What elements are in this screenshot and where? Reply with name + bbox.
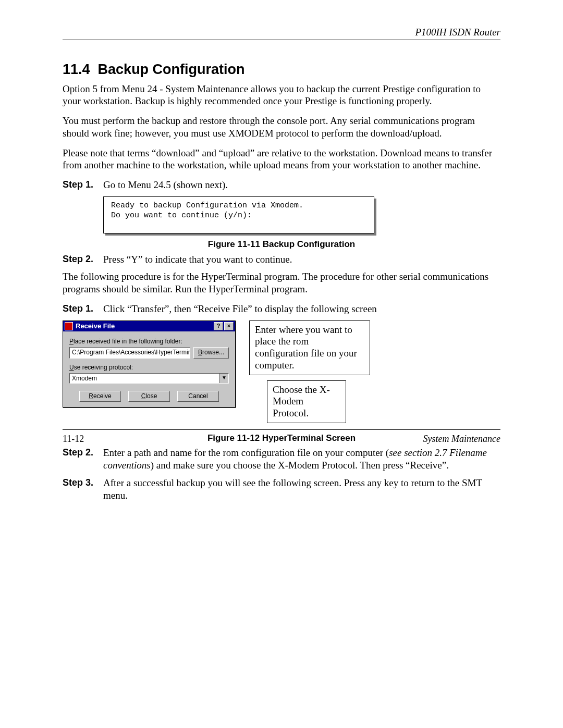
figure-terminal: Ready to backup Configuration via Xmodem… bbox=[103, 196, 374, 234]
terminal-line: Ready to backup Configuration via Xmodem… bbox=[111, 201, 303, 210]
terminal-box: Ready to backup Configuration via Xmodem… bbox=[103, 196, 374, 234]
paragraph: Please note that terms “download” and “u… bbox=[63, 147, 500, 172]
label-rest: rowse... bbox=[202, 349, 224, 356]
label-rest: se receiving protocol: bbox=[74, 364, 133, 371]
step-row: Step 2. Enter a path and name for the ro… bbox=[63, 447, 500, 472]
label-rest: eceive bbox=[93, 392, 112, 400]
step-row: Step 1. Go to Menu 24.5 (shown next). bbox=[63, 179, 500, 191]
footer-rule bbox=[63, 429, 500, 430]
header-rule bbox=[63, 40, 500, 40]
page-footer: 11-12 System Maintenance bbox=[63, 429, 500, 445]
section-number: 11.4 bbox=[63, 61, 90, 77]
step-label: Step 1. bbox=[63, 179, 103, 191]
step-text-part: ) and make sure you choose the X-Modem P… bbox=[151, 460, 449, 471]
close-dialog-button[interactable]: Close bbox=[128, 391, 170, 402]
section-heading: 11.4 Backup Configuration bbox=[63, 61, 500, 79]
step-label: Step 1. bbox=[63, 303, 103, 315]
step-text-part: Enter a path and name for the rom config… bbox=[103, 447, 389, 458]
step-text: Click “Transfer”, then “Receive File” to… bbox=[103, 303, 500, 315]
chapter-name: System Maintenance bbox=[423, 433, 500, 445]
callout-column: Enter where you want to place the rom co… bbox=[249, 320, 370, 424]
label-rest: lose bbox=[145, 392, 157, 400]
dialog-title: Receive File bbox=[76, 322, 213, 330]
terminal-line: Do you want to continue (y/n): bbox=[111, 211, 252, 220]
paragraph: Option 5 from Menu 24 - System Maintenan… bbox=[63, 83, 500, 108]
folder-label: Place received file in the following fol… bbox=[69, 338, 229, 346]
step-row: Step 3. After a successful backup you wi… bbox=[63, 477, 500, 502]
step-text: Enter a path and name for the rom config… bbox=[103, 447, 500, 472]
cancel-button[interactable]: Cancel bbox=[177, 391, 219, 402]
step-label: Step 3. bbox=[63, 477, 103, 502]
step-text: After a successful backup you will see t… bbox=[103, 477, 500, 502]
close-button[interactable]: × bbox=[224, 322, 234, 330]
app-icon bbox=[65, 322, 73, 330]
callout-protocol: Choose the X-Modem Protocol. bbox=[267, 380, 346, 423]
page-number: 11-12 bbox=[63, 433, 84, 445]
callout-folder: Enter where you want to place the rom co… bbox=[249, 320, 370, 375]
label-rest: lace received file in the following fold… bbox=[74, 338, 182, 345]
running-header: P100IH ISDN Router bbox=[63, 26, 500, 39]
dialog-titlebar: Receive File ? × bbox=[63, 321, 235, 331]
step-label: Step 2. bbox=[63, 447, 103, 472]
underline-char: R bbox=[89, 392, 93, 400]
figure-caption: Figure 11-11 Backup Configuration bbox=[63, 239, 500, 250]
folder-input[interactable]: C:\Program Files\Accessories\HyperTermin… bbox=[69, 347, 190, 359]
step-label: Step 2. bbox=[63, 253, 103, 266]
protocol-select[interactable]: Xmodem ▼ bbox=[69, 373, 229, 384]
paragraph: You must perform the backup and restore … bbox=[63, 115, 500, 140]
receive-button[interactable]: Receive bbox=[79, 391, 121, 402]
protocol-value: Xmodem bbox=[70, 374, 219, 383]
step-text: Press “Y” to indicate that you want to c… bbox=[103, 253, 500, 266]
section-title: Backup Configuration bbox=[98, 61, 245, 77]
browse-button[interactable]: Browse... bbox=[193, 347, 229, 359]
underline-char: U bbox=[69, 364, 74, 371]
protocol-label: Use receiving protocol: bbox=[69, 364, 229, 372]
paragraph: The following procedure is for the Hyper… bbox=[63, 270, 500, 295]
step-row: Step 1. Click “Transfer”, then “Receive … bbox=[63, 303, 500, 315]
step-row: Step 2. Press “Y” to indicate that you w… bbox=[63, 253, 500, 266]
help-button[interactable]: ? bbox=[214, 322, 223, 330]
underline-char: P bbox=[69, 338, 74, 345]
underline-char: B bbox=[198, 349, 202, 356]
receive-file-dialog: Receive File ? × Place received file in … bbox=[63, 320, 236, 408]
step-text: Go to Menu 24.5 (shown next). bbox=[103, 179, 500, 191]
chevron-down-icon[interactable]: ▼ bbox=[219, 374, 228, 383]
figure-hyperterminal: Receive File ? × Place received file in … bbox=[63, 320, 500, 444]
